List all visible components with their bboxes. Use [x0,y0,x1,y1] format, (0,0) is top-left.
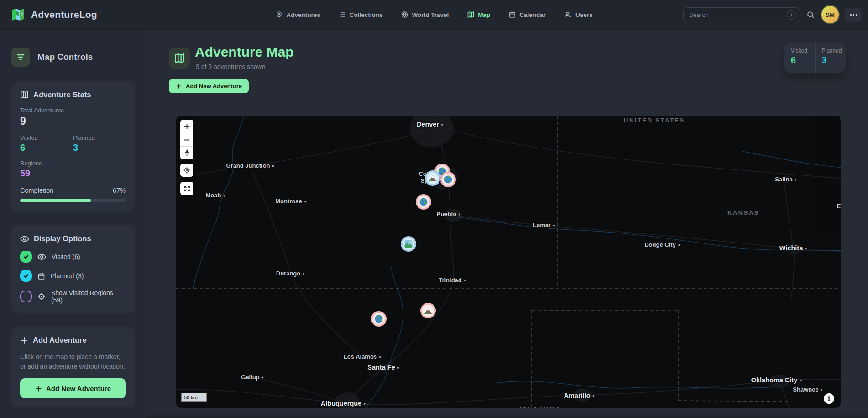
nav-item-calendar[interactable]: Calendar [508,11,546,18]
page-icon-box [169,48,190,69]
completion-label: Completion [20,187,53,194]
adventure-marker-planned[interactable] [425,170,440,186]
search-input[interactable] [684,8,800,22]
geolocate-button[interactable] [180,164,193,177]
nav-label: World Travel [412,11,449,18]
crosshair-icon [37,292,46,301]
toggle-visited-regions[interactable]: Show Visited Regions (59) [20,289,126,304]
compass-icon [184,149,190,157]
planned-value: 3 [73,143,126,153]
planned-option-label: Planned (3) [51,272,84,280]
mountain-marker-icon [427,172,439,184]
list-icon [339,11,346,18]
map-scale-bar: 50 km [181,393,207,402]
search-icon[interactable] [806,11,815,19]
nav-item-adventures[interactable]: Adventures [275,11,320,18]
map-icon [20,90,29,99]
nav-label: Adventures [286,11,320,18]
adventure-marker-visited[interactable] [371,311,387,327]
plus-icon [183,123,190,130]
filter-icon-box [11,48,30,67]
map-label-grand-junction: Grand Junction [226,162,274,169]
map-label-montrose: Montrose [275,198,306,205]
user-avatar[interactable]: SM [821,6,839,23]
map-base-layer [176,116,841,408]
header-visited-value: 6 [791,55,815,66]
map-icon [467,11,474,18]
map-label-e-clipped: E [837,203,841,210]
completion-percent: 67% [113,187,126,194]
add-adventure-card: Add Adventure Click on the map to place … [11,327,135,407]
visited-value: 6 [20,143,73,153]
header-visited-stat: Visited 6 [784,42,815,73]
planned-checkbox[interactable] [20,270,32,282]
eye-icon [20,235,29,243]
nav-label: Calendar [519,11,546,18]
zoom-controls [180,120,193,159]
compass-button[interactable] [180,146,193,159]
stats-heading: Adventure Stats [20,90,126,99]
map-controls-sidebar: Map Controls Adventure Stats Total Adven… [0,29,146,418]
map-label-lamar: Lamar [533,222,555,228]
top-navbar: AdventureLog Adventures Collections Worl… [0,0,868,29]
adventure-marker-visited[interactable] [440,172,456,187]
regions-value: 59 [20,168,126,179]
header-visited-label: Visited [791,48,815,54]
navbar-right: / SM [683,6,862,23]
check-icon [23,273,29,279]
toggle-planned[interactable]: Planned (3) [20,270,126,282]
visited-checkbox[interactable] [20,251,32,263]
map-label-shawnee: Shawnee [793,386,822,393]
globe-marker-icon [373,313,385,325]
toggle-visited[interactable]: Visited (6) [20,251,126,263]
app-title: AdventureLog [31,9,97,20]
app-logo-map-icon [10,7,26,22]
adventure-marker-visited[interactable] [420,303,436,318]
add-adventure-heading-label: Add Adventure [33,336,87,344]
adventure-map[interactable]: Denver UNITED STATES Grand Junction Sali… [176,116,841,408]
adventure-marker-planned[interactable] [401,236,416,252]
pin-icon [275,11,282,18]
attribution-button[interactable]: i [824,393,834,404]
fullscreen-button[interactable] [180,182,193,195]
plus-icon [20,336,28,344]
zoom-out-button[interactable] [180,133,193,146]
fullscreen-control [180,182,193,195]
nav-item-users[interactable]: Users [564,11,593,18]
app-brand[interactable]: AdventureLog [10,7,97,22]
regions-checkbox[interactable] [20,291,32,302]
map-label-oklahoma-clipped: OKLAHOMA [795,407,839,408]
geolocate-icon [183,166,191,174]
nav-item-map[interactable]: Map [467,11,490,18]
display-options-card: Display Options Visited (6) Planned (3) … [11,225,135,313]
add-new-adventure-button[interactable]: Add New Adventure [20,378,126,398]
zoom-in-button[interactable] [180,120,193,133]
footer-band [146,415,868,418]
check-icon [23,254,29,260]
map-label-kansas: KANSAS [727,209,759,216]
page-subtitle: 9 of 9 adventures shown [196,63,266,70]
nav-item-world-travel[interactable]: World Travel [401,11,449,18]
sidebar-title: Map Controls [37,52,93,62]
page-header: Adventure Map 9 of 9 adventures shown Ad… [146,29,868,101]
header-stats-card: Visited 6 Planned 3 [784,42,846,73]
map-label-albuquerque: Albuquerque [321,400,366,407]
map-icon [174,53,185,64]
visited-option-label: Visited (6) [52,253,80,260]
map-label-oklahoma-clipped: OKLAHOMA [517,405,561,408]
plus-icon [176,83,182,89]
fullscreen-icon [183,185,191,192]
map-label-durango: Durango [276,270,304,277]
more-menu-button[interactable] [845,8,862,22]
visited-label: Visited [20,134,73,141]
adventure-stats-card: Adventure Stats Total Adventures 9 Visit… [11,81,135,212]
ellipsis-icon [850,14,858,16]
nav-label: Collections [350,11,383,18]
adventure-marker-visited[interactable] [416,194,431,210]
header-planned-label: Planned [822,48,846,54]
map-label-pueblo: Pueblo [437,211,460,217]
add-new-adventure-button[interactable]: Add New Adventure [169,79,249,93]
planned-label: Planned [73,134,126,141]
nav-item-collections[interactable]: Collections [339,11,383,18]
regions-label: Regions [20,160,126,167]
